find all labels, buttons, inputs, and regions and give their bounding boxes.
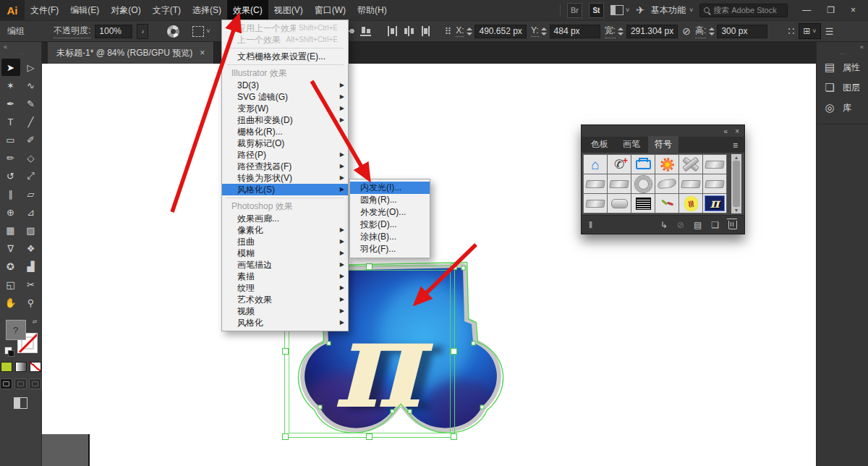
search-input[interactable]: 搜索 Adobe Stock — [699, 4, 788, 17]
stock-badge[interactable]: St — [589, 3, 604, 18]
bridge-badge[interactable]: Br — [567, 3, 582, 18]
height-field[interactable]: 高: 300 px — [695, 25, 767, 38]
menubar-item-file[interactable]: 文件(F) — [25, 0, 64, 20]
panel-tab-symbols[interactable]: 符号 — [648, 136, 678, 153]
menubar-item-effect[interactable]: 效果(C) — [227, 0, 268, 20]
document-tab[interactable]: 未标题-1* @ 84% (RGB/GPU 预览) × — [48, 42, 214, 64]
effect-menu-item-document-raster-effects-settings[interactable]: 文档栅格效果设置(E)... — [222, 51, 348, 62]
effect-menu-item-pathfinder[interactable]: 路径查找器(F)▶ — [222, 161, 348, 172]
effect-menu-item-svg-filters[interactable]: SVG 滤镜(G)▶ — [222, 91, 348, 103]
menubar-item-select[interactable]: 选择(S) — [187, 0, 227, 20]
x-stepper[interactable] — [466, 27, 472, 35]
shaper-tool[interactable]: ✏ — [1, 149, 20, 166]
new-symbol-icon[interactable]: ❏ — [711, 220, 719, 230]
eyedropper-tool[interactable]: ∇ — [1, 240, 20, 257]
banner-symbol-2[interactable] — [584, 174, 607, 193]
graph-tool[interactable]: ▟ — [22, 258, 41, 275]
submenu-item-scribble[interactable]: 涂抹(B)... — [350, 231, 430, 243]
rectangle-tool[interactable]: ▭ — [1, 131, 20, 148]
default-fill-stroke-icon[interactable] — [4, 347, 12, 355]
submenu-item-inner-glow[interactable]: 内发光(I)... — [350, 182, 430, 194]
selection-handle-ne[interactable] — [451, 263, 457, 270]
effect-menu-item-convert-to-shape[interactable]: 转换为形状(V)▶ — [222, 172, 348, 184]
x-value[interactable]: 490.652 px — [475, 25, 526, 38]
paintbrush-tool[interactable]: ✐ — [22, 131, 41, 148]
effect-menu-item-stylize-ps[interactable]: 风格化▶ — [222, 317, 348, 329]
banner-symbol-3[interactable] — [608, 174, 631, 193]
y-stepper[interactable] — [541, 27, 548, 35]
transform-reference-grid-icon[interactable]: ⠿ — [445, 27, 452, 36]
collapse-panel-icon[interactable]: « — [724, 127, 728, 135]
close-tab-icon[interactable]: × — [200, 48, 205, 58]
submenu-item-outer-glow[interactable]: 外发光(O)... — [350, 206, 430, 219]
draw-normal-mode-button[interactable] — [0, 378, 12, 389]
effect-menu-item-pixelate[interactable]: 像素化▶ — [222, 224, 348, 236]
selection-handle-w[interactable] — [282, 348, 289, 355]
restore-button[interactable]: ❐ — [819, 0, 843, 20]
selection-handle-se[interactable] — [451, 433, 457, 440]
width-field[interactable]: 宽: 291.304 px — [605, 25, 678, 38]
zoom-tool[interactable]: ⚲ — [22, 294, 41, 311]
dock-panel-layers[interactable]: ❏图层 — [817, 77, 868, 98]
effect-menu-item-crop-marks[interactable]: 裁剪标记(O) — [222, 137, 348, 149]
panel-tab-swatches[interactable]: 色板 — [584, 136, 615, 153]
selection-tool[interactable]: ➤ — [1, 59, 20, 76]
rotate-tool[interactable]: ↺ — [1, 167, 20, 185]
none-button[interactable] — [30, 362, 41, 372]
selection-handle-sw[interactable] — [282, 433, 289, 440]
share-icon[interactable]: ✈ — [636, 5, 644, 15]
effect-menu-item-brush-strokes[interactable]: 画笔描边▶ — [222, 259, 348, 271]
opacity-value[interactable]: 100% — [95, 25, 132, 38]
symbols-scrollbar[interactable]: ▲ ▼ — [731, 154, 741, 213]
banner-symbol-4[interactable] — [679, 174, 702, 193]
close-button[interactable]: × — [843, 0, 864, 20]
arrange-documents-button[interactable]: ˅ — [610, 5, 629, 15]
printer-symbol[interactable] — [631, 155, 655, 174]
effect-menu-item-distort[interactable]: 扭曲▶ — [222, 236, 348, 247]
eraser-tool[interactable]: ◇ — [22, 149, 41, 166]
height-stepper[interactable] — [708, 27, 715, 35]
dna-symbol[interactable] — [679, 194, 702, 213]
scroll-down-icon[interactable]: ▼ — [734, 208, 739, 213]
emergency-phone-symbol[interactable] — [608, 155, 631, 174]
effect-menu-item-distort-and-transform[interactable]: 扭曲和变换(D)▶ — [222, 114, 348, 126]
fill-color-unknown[interactable]: ? — [6, 320, 26, 340]
gradient-tool[interactable]: ▨ — [22, 221, 41, 239]
banner-symbol-1[interactable] — [703, 155, 726, 174]
workspace-switcher[interactable]: 基本功能 ˅ — [651, 4, 693, 17]
symbol-libraries-menu-icon[interactable]: ⫴ — [589, 220, 592, 230]
effect-menu-item-stylize[interactable]: 风格化(S)▶ — [222, 184, 348, 195]
break-symbol-link-icon[interactable]: ⊘ — [677, 220, 684, 230]
house-symbol[interactable] — [584, 155, 607, 174]
width-value[interactable]: 291.304 px — [626, 25, 678, 38]
horizontal-distribute-right-icon[interactable] — [420, 25, 432, 37]
place-symbol-instance-icon[interactable]: ↳ — [660, 220, 668, 230]
perspective-grid-tool[interactable]: ⊿ — [22, 203, 41, 221]
effect-menu-item-rasterize[interactable]: 栅格化(R)... — [222, 126, 348, 137]
select-similar-button[interactable]: ˅ — [192, 26, 210, 37]
dock-panel-properties[interactable]: ▤属性 — [817, 57, 868, 77]
round-banner-symbol[interactable] — [608, 194, 631, 213]
pi-symbol[interactable] — [703, 194, 726, 213]
y-position-field[interactable]: Y: 484 px — [531, 25, 600, 38]
submenu-item-drop-shadow[interactable]: 投影(D)... — [350, 219, 430, 231]
color-button[interactable] — [1, 362, 12, 372]
artboard-tool[interactable]: ◱ — [1, 276, 20, 293]
dock-panel-libraries[interactable]: ◎库 — [817, 98, 868, 118]
change-screen-mode-button[interactable] — [14, 397, 27, 409]
effect-menu-item-blur[interactable]: 模糊▶ — [222, 247, 348, 259]
crossed-ribbons-symbol[interactable] — [679, 155, 702, 174]
free-transform-tool[interactable]: ▱ — [22, 185, 41, 203]
hand-tool[interactable]: ✋ — [1, 294, 20, 311]
menubar-item-edit[interactable]: 编辑(E) — [64, 0, 105, 20]
symbol-options-icon[interactable]: ▤ — [694, 220, 702, 230]
effect-menu-item-video[interactable]: 视频▶ — [222, 305, 348, 317]
draw-inside-mode-button[interactable] — [29, 378, 41, 389]
nutrition-label-symbol[interactable] — [631, 194, 655, 213]
submenu-item-feather[interactable]: 羽化(F)... — [350, 243, 430, 255]
scrollbar-thumb[interactable] — [733, 161, 740, 207]
curvature-tool[interactable]: ✎ — [22, 95, 41, 112]
banner-symbol-5[interactable] — [703, 174, 726, 193]
effect-menu-item-path[interactable]: 路径(P)▶ — [222, 149, 348, 161]
scroll-up-icon[interactable]: ▲ — [734, 155, 739, 160]
